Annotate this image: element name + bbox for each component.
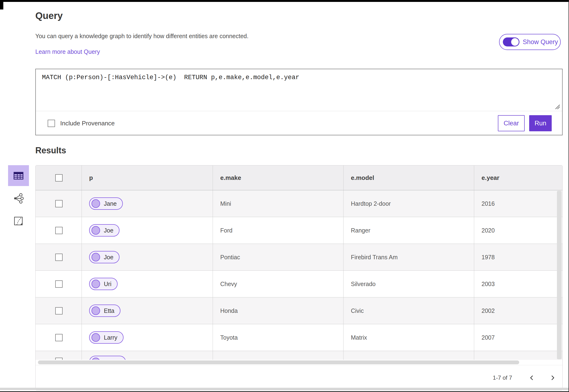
resize-handle-icon[interactable] [553, 102, 561, 111]
row-cell-model: Ranger [343, 217, 474, 244]
main-content: Query You can query a knowledge graph to… [35, 2, 563, 392]
row-cell-make: Honda [213, 297, 343, 324]
row-cell-year: 2002 [474, 297, 562, 324]
pagination-range-label: 1-7 of 7 [493, 375, 512, 381]
entity-pill-label: Joe [104, 227, 113, 234]
page-title: Query [35, 10, 63, 21]
query-actions: Clear Run [498, 115, 552, 131]
row-cell-model: Matrix [343, 324, 474, 351]
table-row: Joe Pontiac Firebird Trans Am 1978 [36, 244, 562, 271]
horizontal-scrollbar[interactable] [38, 361, 519, 364]
row-cell-select [36, 324, 82, 351]
map-view-button[interactable] [8, 211, 29, 232]
table-row [36, 351, 562, 360]
header-cell-year: e.year [474, 166, 562, 190]
run-button[interactable]: Run [529, 115, 552, 131]
table-row: Etta Honda Civic 2002 [36, 297, 562, 324]
select-all-checkbox[interactable] [55, 174, 63, 182]
row-checkbox[interactable] [55, 307, 63, 314]
table-body: Jane Mini Hardtop 2-door 2016 Joe Ford R… [36, 190, 562, 360]
entity-node-icon [91, 333, 100, 342]
map-view-icon [13, 216, 24, 226]
chevron-left-icon[interactable] [529, 375, 535, 381]
row-cell-p: Joe [82, 217, 213, 244]
row-checkbox[interactable] [55, 280, 63, 288]
toggle-knob [511, 38, 519, 46]
header-cell-select [36, 166, 82, 190]
entity-pill-label: Jane [104, 200, 117, 207]
row-cell-make: Ford [213, 217, 343, 244]
row-checkbox[interactable] [55, 200, 63, 207]
query-description: You can query a knowledge graph to ident… [35, 33, 248, 40]
learn-more-link[interactable]: Learn more about Query [35, 48, 100, 55]
row-checkbox[interactable] [55, 334, 63, 341]
row-cell-model: Firebird Trans Am [343, 244, 474, 270]
row-cell-year [474, 351, 562, 360]
include-provenance-control: Include Provenance [48, 120, 115, 127]
row-cell-make: Toyota [213, 324, 343, 351]
entity-node-icon [91, 280, 100, 288]
link-chart-view-button[interactable] [8, 188, 29, 209]
chevron-right-icon[interactable] [550, 375, 556, 381]
header-cell-p: p [82, 166, 213, 190]
query-input[interactable]: MATCH (p:Person)-[:HasVehicle]->(e) RETU… [36, 69, 562, 111]
row-checkbox[interactable] [55, 253, 63, 261]
link-chart-view-icon [13, 193, 24, 204]
clear-button[interactable]: Clear [498, 115, 525, 131]
entity-pill[interactable]: Larry [89, 331, 124, 344]
window-top-edge [0, 0, 569, 2]
row-cell-model: Silverado [343, 271, 474, 297]
vertical-scrollbar[interactable] [557, 191, 562, 359]
table-footer: 1-7 of 7 [36, 365, 562, 390]
table-row: Jane Mini Hardtop 2-door 2016 [36, 190, 562, 217]
entity-pill[interactable] [89, 356, 126, 360]
entity-pill[interactable]: Jane [89, 197, 123, 210]
row-cell-make [213, 351, 343, 360]
table-view-button[interactable] [8, 165, 29, 186]
results-card: p e.make e.model e.year Jane Mini Hardto… [35, 165, 563, 390]
entity-node-icon [91, 199, 100, 208]
include-provenance-label: Include Provenance [60, 120, 115, 127]
row-cell-model [343, 351, 474, 360]
row-cell-year: 2007 [474, 324, 562, 351]
row-cell-select [36, 271, 82, 297]
row-cell-make: Pontiac [213, 244, 343, 270]
row-cell-model: Civic [343, 297, 474, 324]
row-cell-p: Uri [82, 271, 213, 297]
row-checkbox[interactable] [55, 358, 63, 360]
row-checkbox[interactable] [55, 227, 63, 234]
row-cell-year: 2020 [474, 217, 562, 244]
entity-node-icon [91, 307, 100, 315]
entity-pill[interactable]: Joe [89, 251, 119, 263]
row-cell-p: Joe [82, 244, 213, 270]
entity-pill[interactable]: Etta [89, 305, 120, 317]
table-row: Larry Toyota Matrix 2007 [36, 324, 562, 351]
row-cell-select [36, 217, 82, 244]
entity-pill-label: Uri [104, 280, 112, 287]
query-editor-panel: MATCH (p:Person)-[:HasVehicle]->(e) RETU… [35, 69, 563, 135]
include-provenance-checkbox[interactable] [48, 120, 55, 127]
row-cell-year: 1978 [474, 244, 562, 270]
header-cell-model: e.model [343, 166, 474, 190]
row-cell-year: 2016 [474, 190, 562, 217]
row-cell-p: Larry [82, 324, 213, 351]
row-cell-select [36, 351, 82, 360]
row-cell-select [36, 190, 82, 217]
table-row: Joe Ford Ranger 2020 [36, 217, 562, 244]
entity-node-icon [91, 226, 100, 235]
entity-pill-label: Larry [104, 334, 117, 341]
entity-pill[interactable]: Joe [89, 224, 119, 237]
header-cell-make: e.make [213, 166, 343, 190]
row-cell-select [36, 244, 82, 270]
row-cell-select [36, 297, 82, 324]
show-query-toggle[interactable]: Show Query [499, 34, 561, 50]
entity-node-icon [91, 253, 100, 261]
entity-pill[interactable]: Uri [89, 278, 118, 290]
results-title: Results [35, 145, 66, 155]
bottom-scroll-track[interactable] [0, 388, 569, 390]
toggle-switch-icon[interactable] [503, 37, 519, 46]
show-query-toggle-label: Show Query [523, 38, 558, 46]
row-cell-p: Etta [82, 297, 213, 324]
row-cell-year: 2003 [474, 271, 562, 297]
row-cell-p [82, 351, 213, 360]
